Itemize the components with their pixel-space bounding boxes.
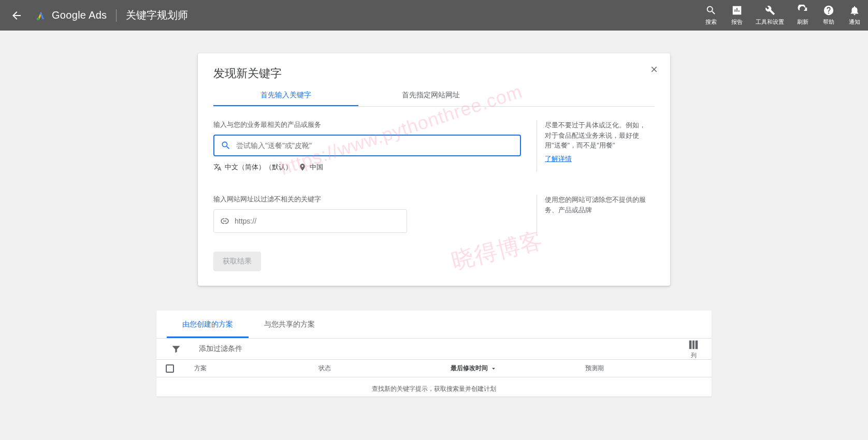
header-notify-button[interactable]: 通知 <box>847 5 862 26</box>
google-ads-logo-icon <box>35 10 47 21</box>
plans-panel: 由您创建的方案 与您共享的方案 添加过滤条件 列 方案 状态 最后修改时间 预测… <box>156 311 712 397</box>
add-filter-button[interactable]: 添加过滤条件 <box>199 344 242 354</box>
help-icon <box>823 5 834 16</box>
tab-plans-shared[interactable]: 与您共享的方案 <box>249 311 330 338</box>
th-forecast[interactable]: 预测期 <box>585 364 702 373</box>
bell-icon <box>849 5 860 16</box>
page-title: 关键字规划师 <box>126 8 188 22</box>
close-icon[interactable] <box>649 65 659 74</box>
url-filter-label: 输入网站网址以过滤不相关的关键字 <box>213 195 521 204</box>
tip-panel-1: 尽量不要过于具体或泛化。例如，对于食品配送业务来说，最好使用"送餐"，而不是"用… <box>537 120 650 172</box>
location-value[interactable]: 中国 <box>310 163 323 172</box>
tip-panel-2: 使用您的网站可滤除您不提供的服务、产品或品牌 <box>537 195 650 233</box>
search-icon <box>221 140 231 151</box>
products-label: 输入与您的业务最相关的产品或服务 <box>213 120 521 129</box>
columns-icon <box>688 339 699 350</box>
card-title: 发现新关键字 <box>213 66 655 81</box>
header-help-button[interactable]: 帮助 <box>821 5 836 26</box>
get-results-button[interactable]: 获取结果 <box>213 252 261 271</box>
wrench-icon <box>764 5 776 16</box>
keyword-input[interactable] <box>236 141 514 150</box>
select-all-checkbox[interactable] <box>166 364 174 373</box>
report-icon <box>731 5 743 16</box>
tab-enter-keywords[interactable]: 首先输入关键字 <box>213 85 358 106</box>
header-divider <box>116 9 117 22</box>
tab-plans-created[interactable]: 由您创建的方案 <box>167 311 249 338</box>
header-report-button[interactable]: 报告 <box>730 5 744 26</box>
header-tools-button[interactable]: 工具和设置 <box>756 5 784 26</box>
columns-button[interactable]: 列 <box>688 339 699 359</box>
back-arrow-icon[interactable] <box>10 9 23 22</box>
tab-enter-website[interactable]: 首先指定网站网址 <box>358 85 503 106</box>
app-header: Google Ads 关键字规划师 搜索 报告 工具和设置 刷新 帮助 通知 <box>0 0 868 31</box>
card-tabs: 首先输入关键字 首先指定网站网址 <box>213 85 655 107</box>
th-plan[interactable]: 方案 <box>194 364 319 373</box>
header-search-button[interactable]: 搜索 <box>704 5 718 26</box>
refresh-icon <box>797 5 808 16</box>
search-icon <box>705 5 717 16</box>
th-status[interactable]: 状态 <box>319 364 451 373</box>
plans-table-header: 方案 状态 最后修改时间 预测期 <box>156 360 712 377</box>
filter-icon[interactable] <box>171 344 181 354</box>
link-icon <box>220 216 229 226</box>
language-value[interactable]: 中文（简体）（默认） <box>225 163 292 172</box>
url-input-wrap[interactable] <box>213 209 407 233</box>
location-icon <box>298 163 307 171</box>
header-refresh-button[interactable]: 刷新 <box>795 5 810 26</box>
url-input[interactable] <box>235 217 400 225</box>
discover-keywords-card: 发现新关键字 首先输入关键字 首先指定网站网址 输入与您的业务最相关的产品或服务… <box>198 53 670 286</box>
empty-message: 查找新的关键字提示，获取搜索量并创建计划 <box>156 377 712 397</box>
logo[interactable]: Google Ads <box>35 9 107 21</box>
th-last-modified[interactable]: 最后修改时间 <box>451 364 585 373</box>
svg-point-0 <box>37 17 40 20</box>
learn-more-link[interactable]: 了解详情 <box>545 154 650 164</box>
translate-icon <box>213 163 222 171</box>
chevron-down-icon <box>490 365 497 372</box>
logo-text: Google Ads <box>52 9 107 21</box>
language-location-row: 中文（简体）（默认） 中国 <box>213 163 521 172</box>
keyword-input-wrap[interactable] <box>213 135 521 156</box>
